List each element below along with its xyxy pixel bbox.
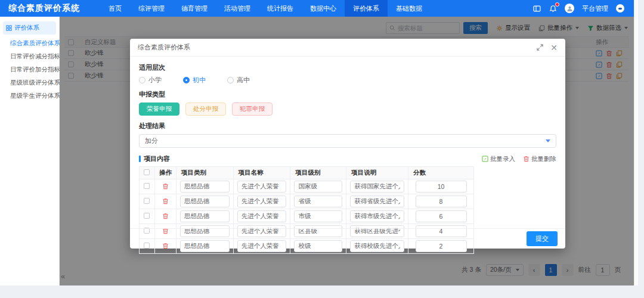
nav-item[interactable]: 统计报告 <box>259 0 302 17</box>
modal-header: 综合素质评价体系 ✕ <box>130 39 565 57</box>
sidebar-items: 综合素质评价体系日常评价减分指标日常评价加分指标星级班级评分体系星级学生评分体系 <box>0 37 59 103</box>
chevron-down-icon <box>546 139 550 142</box>
desc-input[interactable] <box>350 181 404 193</box>
user-name[interactable]: 平台管理 <box>582 4 608 13</box>
category-input[interactable] <box>180 210 230 222</box>
modal-footer: 提交 <box>130 228 565 249</box>
level-radio[interactable]: 高中 <box>227 76 250 85</box>
modal-body: 适用层次 小学初中高中 申报类型 荣誉申报处分申报犯罪申报 处理结果 加分 项目… <box>130 57 565 254</box>
batch-import-button[interactable]: 批量录入 <box>482 155 515 163</box>
nav-menu: 首页综评管理德育管理活动管理统计报告数据中心评价体系基础数据 <box>100 0 431 17</box>
nav-item[interactable]: 综评管理 <box>130 0 173 17</box>
modal-col-header: 项目名称 <box>233 167 290 179</box>
nav-item[interactable]: 基础数据 <box>388 0 431 17</box>
level-radio-group: 小学初中高中 <box>139 76 556 85</box>
category-input[interactable] <box>180 181 230 193</box>
desc-input[interactable] <box>350 195 404 207</box>
notification-badge <box>555 2 559 7</box>
level-radio[interactable]: 初中 <box>183 76 206 85</box>
modal-col-header: 项目说明 <box>346 167 408 179</box>
type-button[interactable]: 荣誉申报 <box>139 103 179 116</box>
desc-input[interactable] <box>350 210 404 222</box>
app-window: 综合素质评价系统 首页综评管理德育管理活动管理统计报告数据中心评价体系基础数据 … <box>0 0 634 285</box>
row-checkbox[interactable] <box>144 183 150 189</box>
row-checkbox[interactable] <box>144 198 150 204</box>
edit-icon <box>482 156 488 162</box>
result-select[interactable]: 加分 <box>139 134 556 148</box>
nav-item[interactable]: 首页 <box>100 0 130 17</box>
level-radio[interactable]: 小学 <box>139 76 162 85</box>
sidebar-group-label: 评价体系 <box>14 24 39 32</box>
modal-col-header: 项目级别 <box>290 167 346 179</box>
nav-item[interactable]: 数据中心 <box>302 0 345 17</box>
panel-icon[interactable] <box>532 4 541 13</box>
trash-icon <box>523 156 530 162</box>
type-button-group: 荣誉申报处分申报犯罪申报 <box>139 103 556 116</box>
modal-col-header: 分数 <box>408 167 474 179</box>
modal-col-header: 操作 <box>154 167 176 179</box>
name-input[interactable] <box>237 181 287 193</box>
content-section-header: 项目内容 批量录入 批量删除 <box>139 154 556 163</box>
select-all-checkbox[interactable] <box>144 169 150 175</box>
content-section-title: 项目内容 <box>144 154 170 163</box>
nav-item[interactable]: 德育管理 <box>173 0 216 17</box>
result-label: 处理结果 <box>139 122 556 131</box>
name-input[interactable] <box>237 210 287 222</box>
level-input[interactable] <box>294 210 342 222</box>
modal-col-header: 项目类别 <box>176 167 233 179</box>
modal-dialog: 综合素质评价体系 ✕ 适用层次 小学初中高中 申报类型 荣誉申报处分申报犯罪申报… <box>130 39 565 249</box>
grid-icon <box>6 25 12 31</box>
bell-icon[interactable] <box>549 4 557 13</box>
row-checkbox[interactable] <box>144 213 150 219</box>
level-input[interactable] <box>294 195 342 207</box>
avatar[interactable] <box>565 4 574 13</box>
modal-title: 综合素质评价体系 <box>138 43 190 52</box>
page-scrollbar[interactable] <box>634 0 638 285</box>
nav-item[interactable]: 评价体系 <box>345 0 388 17</box>
level-input[interactable] <box>294 181 342 193</box>
score-input[interactable] <box>416 195 467 207</box>
sidebar-item[interactable]: 星级学生评分体系 <box>0 89 59 103</box>
expand-icon[interactable] <box>537 44 543 51</box>
batch-delete-button[interactable]: 批量删除 <box>523 155 556 163</box>
type-label: 申报类型 <box>139 90 556 99</box>
trash-icon[interactable] <box>162 198 169 204</box>
score-input[interactable] <box>416 181 467 193</box>
result-select-value: 加分 <box>145 136 158 145</box>
nav-item[interactable]: 活动管理 <box>216 0 259 17</box>
sidebar-group-pingjiatixi[interactable]: 评价体系 <box>3 21 56 35</box>
app-logo: 综合素质评价系统 <box>0 3 100 14</box>
level-label: 适用层次 <box>139 63 556 72</box>
modal-table-row <box>140 179 474 194</box>
type-button[interactable]: 犯罪申报 <box>232 103 273 116</box>
navbar-right: 平台管理 <box>532 4 634 13</box>
modal-table-row <box>140 209 474 224</box>
top-navbar: 综合素质评价系统 首页综评管理德育管理活动管理统计报告数据中心评价体系基础数据 … <box>0 0 634 17</box>
score-input[interactable] <box>416 210 467 222</box>
radio-dot <box>183 77 190 83</box>
radio-dot <box>227 77 234 83</box>
sidebar-item[interactable]: 日常评价加分指标 <box>0 63 59 76</box>
close-icon[interactable]: ✕ <box>550 44 558 52</box>
trash-icon[interactable] <box>162 183 169 190</box>
type-button[interactable]: 处分申报 <box>185 103 226 116</box>
name-input[interactable] <box>237 195 287 207</box>
sidebar-item[interactable]: 星级班级评分体系 <box>0 76 59 89</box>
sidebar: 评价体系 综合素质评价体系日常评价减分指标日常评价加分指标星级班级评分体系星级学… <box>0 17 60 285</box>
category-input[interactable] <box>180 195 230 207</box>
sidebar-item[interactable]: 综合素质评价体系 <box>0 37 59 50</box>
sidebar-item[interactable]: 日常评价减分指标 <box>0 50 59 63</box>
trash-icon[interactable] <box>162 213 169 219</box>
modal-table-row <box>140 194 474 209</box>
help-icon[interactable] <box>616 4 624 13</box>
radio-dot <box>139 77 145 83</box>
submit-button[interactable]: 提交 <box>527 231 558 246</box>
section-bar <box>139 156 141 162</box>
